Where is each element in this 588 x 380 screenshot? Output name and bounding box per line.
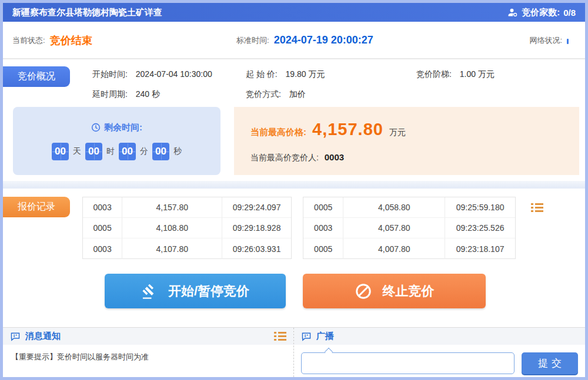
price-cell: 4,108.80 <box>122 218 222 238</box>
clock-icon <box>91 123 101 132</box>
current-status-label: 当前状态: <box>12 35 45 46</box>
status-bar: 当前状态: 竞价结束 标准时间: 2024-07-19 20:00:27 网络状… <box>3 22 585 59</box>
price-cell: 4,157.80 <box>122 197 222 217</box>
message-bubble-icon <box>10 332 21 341</box>
broadcast-input-wrap <box>301 352 514 374</box>
delay-label: 延时周期: <box>92 89 128 99</box>
countdown-day-unit: 天 <box>73 146 81 157</box>
time-cell: 09:29:18.928 <box>222 218 291 238</box>
field-mode: 竞价方式: 加价 <box>246 89 306 100</box>
step-label: 竞价阶梯: <box>416 69 452 79</box>
notice-title: 消息通知 <box>25 331 61 342</box>
start-time-value: 2024-07-04 10:30:00 <box>136 69 212 79</box>
network-status: 网络状况: <box>529 22 569 59</box>
start-price-label: 起 始 价: <box>246 69 278 79</box>
mode-value: 加价 <box>289 89 306 99</box>
stop-label: 终止竞价 <box>383 283 435 300</box>
delay-value: 240 秒 <box>136 89 160 99</box>
broadcast-title: 广播 <box>316 331 334 342</box>
table-row: 0003 4,157.80 09:29:24.097 <box>83 197 291 218</box>
notice-header: 消息通知 <box>3 328 293 345</box>
start-price-value: 19.80 万元 <box>286 69 325 79</box>
field-start-time: 开始时间: 2024-07-04 10:30:00 <box>92 69 212 80</box>
standard-time-label: 标准时间: <box>236 35 269 46</box>
bidder-count-label: 竞价家数: <box>522 7 560 18</box>
price-cell: 4,057.80 <box>343 218 445 238</box>
step-value: 1.00 万元 <box>460 69 495 79</box>
broadcast-input-row: 提交 <box>301 352 578 374</box>
stop-button[interactable]: 终止竞价 <box>303 274 486 308</box>
section-label-records: 报价记录 <box>3 197 70 217</box>
bidder-cell: 0003 <box>303 218 343 238</box>
prohibition-icon <box>355 283 372 300</box>
countdown-minutes: 00 <box>119 143 136 160</box>
price-cell: 4,007.80 <box>343 238 445 259</box>
section-divider-band <box>3 181 585 189</box>
records-list-icon[interactable] <box>531 201 543 214</box>
section-label-overview: 竞价概况 <box>3 66 70 87</box>
table-row: 0003 4,107.80 09:26:03.931 <box>83 238 291 259</box>
price-cell: 4,058.80 <box>343 197 445 217</box>
countdown-title-text: 剩余时间: <box>104 122 142 133</box>
message-bubble-icon <box>301 332 312 341</box>
highest-price-line: 当前最高价格: 4,157.80 万元 <box>250 120 579 139</box>
countdown-digits: 00 天 00 时 00 分 00 秒 <box>52 143 182 160</box>
bid-records-table-right: 0005 4,058.80 09:25:59.180 0003 4,057.80… <box>303 197 516 259</box>
notice-message: 【重要提示】竞价时间以服务器时间为准 <box>3 345 293 369</box>
highest-bidder-label: 当前最高价竞价人: <box>250 153 319 162</box>
title-bar: 新疆察布查尔县塔勒德村陶瓷土矿详查 竞价家数: 0/8 <box>3 3 585 22</box>
bid-records-table-left: 0003 4,157.80 09:29:24.097 0005 4,108.80… <box>82 197 292 259</box>
countdown-seconds: 00 <box>152 143 169 160</box>
broadcast-header: 广播 <box>294 328 585 345</box>
highest-price-value: 4,157.80 <box>312 120 383 139</box>
start-pause-label: 开始/暂停竞价 <box>168 283 249 300</box>
highest-price-label: 当前最高价格: <box>250 127 306 138</box>
countdown-minute-unit: 分 <box>140 146 148 157</box>
countdown-box: 剩余时间: 00 天 00 时 00 分 00 秒 <box>13 107 220 175</box>
field-delay: 延时周期: 240 秒 <box>92 89 160 100</box>
broadcast-input[interactable] <box>301 352 514 374</box>
page-title: 新疆察布查尔县塔勒德村陶瓷土矿详查 <box>12 7 162 18</box>
table-row: 0005 4,007.80 09:23:18.107 <box>303 238 515 259</box>
notice-list-icon[interactable] <box>274 330 286 342</box>
bidder-cell: 0005 <box>83 218 122 238</box>
price-cell: 4,107.80 <box>122 238 222 259</box>
countdown-second-unit: 秒 <box>173 146 182 157</box>
bidder-cell: 0003 <box>83 238 122 259</box>
start-pause-button[interactable]: 开始/暂停竞价 <box>105 274 286 308</box>
bidder-cell: 0005 <box>303 197 343 217</box>
users-icon <box>507 7 518 18</box>
mode-label: 竞价方式: <box>246 89 281 99</box>
countdown-hour-unit: 时 <box>106 146 115 157</box>
time-cell: 09:23:18.107 <box>445 238 515 259</box>
bottom-panels: 消息通知 【重要提示】竞价时间以服务器时间为准 广播 <box>3 327 585 377</box>
field-step: 竞价阶梯: 1.00 万元 <box>416 69 495 80</box>
submit-button[interactable]: 提交 <box>522 352 578 374</box>
time-cell: 09:25:59.180 <box>445 197 515 217</box>
time-cell: 09:26:03.931 <box>222 238 291 259</box>
countdown-hours: 00 <box>85 143 102 160</box>
table-row: 0005 4,108.80 09:29:18.928 <box>83 218 291 238</box>
signal-bar-icon <box>567 39 569 44</box>
network-status-label: 网络状况: <box>529 35 562 46</box>
current-status: 当前状态: 竞价结束 <box>12 22 92 59</box>
countdown-title: 剩余时间: <box>91 122 142 133</box>
current-status-value: 竞价结束 <box>50 33 92 48</box>
time-cell: 09:29:24.097 <box>222 197 291 217</box>
broadcast-panel: 广播 提交 <box>294 328 585 377</box>
start-time-label: 开始时间: <box>92 69 128 79</box>
gavel-icon <box>141 283 158 300</box>
bidder-count-value: 0/8 <box>563 8 576 18</box>
countdown-days: 00 <box>52 143 69 160</box>
highest-price-box: 当前最高价格: 4,157.80 万元 当前最高价竞价人: 0003 <box>234 107 579 175</box>
standard-time-value: 2024-07-19 20:00:27 <box>274 34 373 46</box>
bidder-cell: 0003 <box>83 197 122 217</box>
notice-panel: 消息通知 【重要提示】竞价时间以服务器时间为准 <box>3 328 294 377</box>
auction-page: 新疆察布查尔县塔勒德村陶瓷土矿详查 竞价家数: 0/8 当前状态: 竞价结束 标… <box>0 0 588 380</box>
bidder-cell: 0005 <box>303 238 343 259</box>
standard-time: 标准时间: 2024-07-19 20:00:27 <box>236 22 373 59</box>
table-row: 0005 4,058.80 09:25:59.180 <box>303 197 515 218</box>
section-divider-line <box>3 59 585 59</box>
highest-price-unit: 万元 <box>389 127 406 138</box>
highest-bidder-value: 0003 <box>325 152 344 162</box>
